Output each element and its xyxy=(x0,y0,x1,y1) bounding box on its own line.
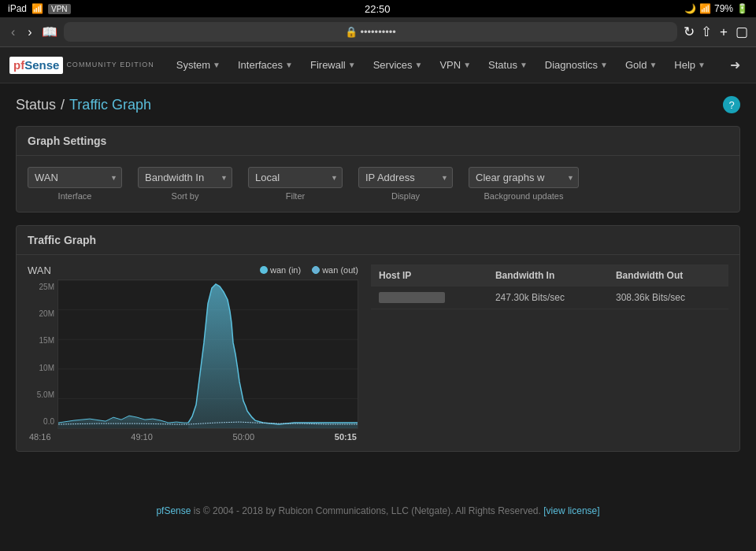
graph-settings-header: Graph Settings xyxy=(17,127,739,156)
pfsense-logo: pfSense COMMUNITY EDITION xyxy=(9,57,154,74)
xaxis-5000: 50:00 xyxy=(233,432,255,442)
host-table: Host IP Bandwidth In Bandwidth Out xyxy=(371,264,728,309)
y-axis-25m: 25M xyxy=(28,283,54,291)
footer-brand: pfSense xyxy=(156,505,191,516)
breadcrumb: Status / Traffic Graph ? xyxy=(16,96,740,113)
settings-row: WAN LAN OPT1 Interface Bandwidth In Band… xyxy=(28,167,728,201)
nav-help[interactable]: Help ▼ xyxy=(666,53,713,77)
main-content: Status / Traffic Graph ? Graph Settings … xyxy=(0,83,756,477)
display-select-wrapper: IP Address Hostname xyxy=(358,167,453,188)
y-axis-5m: 5.0M xyxy=(28,390,54,399)
nav-diagnostics[interactable]: Diagnostics ▼ xyxy=(537,53,616,77)
nav-services[interactable]: Services ▼ xyxy=(365,53,431,77)
vpn-badge: VPN xyxy=(48,4,71,14)
logo-text: COMMUNITY EDITION xyxy=(66,61,154,69)
logo-subtitle: COMMUNITY EDITION xyxy=(66,61,154,69)
ios-status-bar: iPad 📶 VPN 22:50 🌙 📶 79% 🔋 xyxy=(0,0,756,17)
col-host-ip: Host IP xyxy=(371,264,487,287)
wan-label: WAN xyxy=(28,264,51,276)
legend-out-dot xyxy=(312,266,320,274)
ios-carrier: iPad xyxy=(8,3,27,14)
bluetooth-icon: 📶 xyxy=(699,3,711,14)
main-navbar: pfSense COMMUNITY EDITION System ▼ Inter… xyxy=(0,47,756,83)
legend-in: wan (in) xyxy=(260,265,301,275)
chevron-down-icon: ▼ xyxy=(649,61,657,69)
back-button[interactable]: ‹ xyxy=(8,24,18,41)
legend-out: wan (out) xyxy=(312,265,358,275)
svg-marker-6 xyxy=(58,416,188,428)
new-tab-button[interactable]: + xyxy=(720,24,728,40)
logout-button[interactable]: ➜ xyxy=(724,54,747,76)
y-axis-20m: 20M xyxy=(28,309,54,318)
filter-select[interactable]: Local Remote All xyxy=(248,167,343,188)
bookmarks-button[interactable]: 📖 xyxy=(42,24,57,39)
interface-label: Interface xyxy=(28,191,122,201)
footer: pfSense is © 2004 - 2018 by Rubicon Comm… xyxy=(0,493,756,529)
host-ip-redacted xyxy=(379,292,445,303)
filter-group: Local Remote All Filter xyxy=(248,167,343,201)
graph-container: WAN wan (in) wan (out) xyxy=(28,264,358,442)
xaxis-4910: 49:10 xyxy=(131,432,153,442)
chevron-down-icon: ▼ xyxy=(415,61,423,69)
breadcrumb-separator: / xyxy=(61,97,65,113)
background-label: Background updates xyxy=(469,191,579,201)
xaxis-5015: 50:15 xyxy=(335,432,357,442)
xaxis-4816: 48:16 xyxy=(29,432,51,442)
nav-items: System ▼ Interfaces ▼ Firewall ▼ Service… xyxy=(169,53,724,77)
chevron-down-icon: ▼ xyxy=(285,61,293,69)
chevron-down-icon: ▼ xyxy=(520,61,528,69)
host-ip-cell xyxy=(371,287,487,309)
traffic-graph-header: Traffic Graph xyxy=(17,226,739,255)
traffic-svg xyxy=(58,280,358,428)
breadcrumb-status: Status xyxy=(16,97,56,113)
share-button[interactable]: ⇧ xyxy=(701,24,712,40)
display-group: IP Address Hostname Display xyxy=(358,167,453,201)
graph-settings-card: Graph Settings WAN LAN OPT1 Interface xyxy=(16,126,740,213)
bw-out-cell: 308.36k Bits/sec xyxy=(608,287,728,309)
filter-select-wrapper: Local Remote All xyxy=(248,167,343,188)
bw-in-cell: 247.30k Bits/sec xyxy=(487,287,608,309)
sortby-select[interactable]: Bandwidth In Bandwidth Out xyxy=(138,167,232,188)
ios-time: 22:50 xyxy=(365,3,391,15)
graph-xaxis: 48:16 49:10 50:00 50:15 xyxy=(28,432,358,442)
nav-vpn[interactable]: VPN ▼ xyxy=(432,53,479,77)
legend-out-label: wan (out) xyxy=(322,265,358,275)
y-axis-10m: 10M xyxy=(28,364,54,372)
chevron-down-icon: ▼ xyxy=(463,61,471,69)
filter-label: Filter xyxy=(248,191,343,201)
help-button[interactable]: ? xyxy=(723,96,740,113)
background-select[interactable]: Clear graphs w Keep graphs xyxy=(469,167,579,188)
graph-settings-body: WAN LAN OPT1 Interface Bandwidth In Band… xyxy=(17,156,739,212)
nav-interfaces[interactable]: Interfaces ▼ xyxy=(230,53,301,77)
nav-system[interactable]: System ▼ xyxy=(169,53,228,77)
background-group: Clear graphs w Keep graphs Background up… xyxy=(469,167,579,201)
legend-in-label: wan (in) xyxy=(270,265,301,275)
nav-status[interactable]: Status ▼ xyxy=(480,53,536,77)
y-axis-15m: 15M xyxy=(28,336,54,345)
graph-legend: wan (in) wan (out) xyxy=(260,265,358,275)
view-license-link[interactable]: [view license] xyxy=(543,505,599,516)
address-bar[interactable] xyxy=(64,22,677,42)
nav-gold[interactable]: Gold ▼ xyxy=(617,53,665,77)
sortby-label: Sort by xyxy=(138,191,232,201)
chevron-down-icon: ▼ xyxy=(698,61,706,69)
nav-firewall[interactable]: Firewall ▼ xyxy=(302,53,364,77)
col-bw-out: Bandwidth Out xyxy=(608,264,728,287)
battery-percent: 79% xyxy=(714,3,733,14)
traffic-graph-card: Traffic Graph WAN wan (in) xyxy=(16,225,740,452)
interface-select[interactable]: WAN LAN OPT1 xyxy=(28,167,122,188)
logo-box: pfSense xyxy=(9,57,63,74)
sortby-group: Bandwidth In Bandwidth Out Sort by xyxy=(138,167,232,201)
footer-text: pfSense is © 2004 - 2018 by Rubicon Comm… xyxy=(156,505,599,516)
display-select[interactable]: IP Address Hostname xyxy=(358,167,453,188)
breadcrumb-current: Traffic Graph xyxy=(69,97,151,113)
forward-button[interactable]: › xyxy=(24,24,35,41)
reload-button[interactable]: ↻ xyxy=(684,24,695,40)
table-row: 247.30k Bits/sec 308.36k Bits/sec xyxy=(371,287,728,309)
tabs-button[interactable]: ▢ xyxy=(736,24,748,40)
interface-select-wrapper: WAN LAN OPT1 xyxy=(28,167,122,188)
display-label: Display xyxy=(358,191,453,201)
battery-icon: 🔋 xyxy=(736,3,748,14)
host-table-wrapper: Host IP Bandwidth In Bandwidth Out xyxy=(371,264,728,309)
sortby-select-wrapper: Bandwidth In Bandwidth Out xyxy=(138,167,232,188)
